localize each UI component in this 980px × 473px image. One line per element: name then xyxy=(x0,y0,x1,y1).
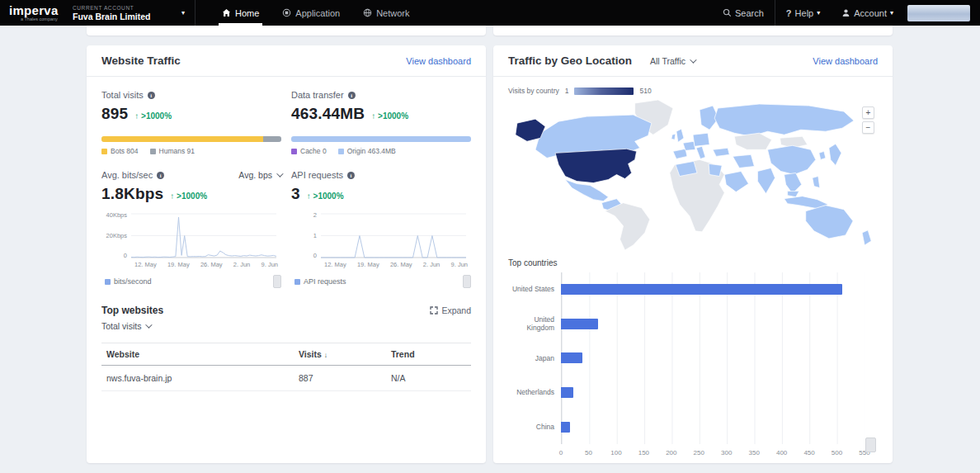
api-requests-chart-block: API requests i 3 ↑ >1000% 210 12. May19.… xyxy=(291,170,471,288)
color-scale-gradient xyxy=(574,88,634,95)
tab-application[interactable]: Application xyxy=(271,0,351,26)
help-label: Help xyxy=(795,8,814,18)
cell-trend: N/A xyxy=(386,366,471,391)
country-iran xyxy=(733,154,754,168)
bar-netherlands[interactable] xyxy=(561,387,573,398)
country-spain xyxy=(673,149,687,158)
x-tick-label: 9. Jun xyxy=(261,261,278,268)
scale-max: 510 xyxy=(639,87,651,95)
api-requests-value: 3 xyxy=(291,185,300,203)
info-icon[interactable]: i xyxy=(348,92,356,99)
table-row[interactable]: nws.fuva-brain.jp 887 N/A xyxy=(101,366,471,391)
info-icon[interactable]: i xyxy=(347,172,355,179)
country-united-kingdom xyxy=(676,129,684,142)
region-central-asia xyxy=(734,133,771,149)
country-italy xyxy=(696,146,705,158)
primary-tabs: Home Application Network xyxy=(210,0,422,26)
bar-china[interactable] xyxy=(561,422,570,433)
traffic-filter-dropdown[interactable]: All Traffic xyxy=(650,56,695,66)
country-malaysia xyxy=(788,192,799,197)
info-icon[interactable]: i xyxy=(148,92,155,99)
info-icon[interactable]: i xyxy=(157,172,164,179)
bar-row xyxy=(561,341,865,376)
x-tick-label: 12. May xyxy=(324,261,346,268)
x-tick-label: 450 xyxy=(803,449,814,456)
bar-united-states[interactable] xyxy=(561,284,842,295)
avg-bits-label: Avg. bits/sec xyxy=(101,170,153,180)
y-tick-label: 0 xyxy=(313,252,317,259)
bar-row xyxy=(561,272,865,307)
legend-scrollbar[interactable] xyxy=(273,275,281,288)
account-menu[interactable]: Account ▾ xyxy=(831,0,904,26)
up-arrow-icon: ↑ xyxy=(170,192,174,201)
caret-down-icon: ▾ xyxy=(817,9,820,17)
cell-website: nws.fuva-brain.jp xyxy=(101,366,294,391)
sort-desc-icon: ↓ xyxy=(324,352,327,359)
account-selector[interactable]: CURRENT ACCOUNT Fuva Brain Limited ▾ xyxy=(66,0,196,26)
column-header-website[interactable]: Website xyxy=(101,343,294,366)
expand-button[interactable]: Expand xyxy=(430,305,471,315)
visits-scale-legend: Visits by country 1 510 xyxy=(508,87,878,95)
bits-per-second-legend: bits/second xyxy=(105,277,152,286)
caret-down-icon: ▾ xyxy=(890,9,893,17)
search-button[interactable]: Search xyxy=(712,0,775,26)
chart-scrollbar[interactable] xyxy=(865,438,876,452)
column-header-trend[interactable]: Trend xyxy=(386,343,471,366)
total-visits-value: 895 xyxy=(101,105,128,123)
help-menu[interactable]: ? Help ▾ xyxy=(775,0,831,26)
x-tick-label: 250 xyxy=(694,449,704,456)
country-mexico xyxy=(565,180,608,201)
data-transfer-label: Data transfer xyxy=(291,90,344,100)
api-legend-swatch xyxy=(294,279,300,285)
world-map[interactable]: + − xyxy=(508,98,878,252)
y-tick-label: 20Kbps xyxy=(106,232,127,239)
top-websites-filter-dropdown[interactable]: Total visits xyxy=(101,321,150,331)
bits-legend-swatch xyxy=(105,279,111,285)
expand-icon xyxy=(430,306,438,315)
x-tick-label: 19. May xyxy=(357,261,379,268)
total-visits-stat: Total visits i 895 ↑ >1000% Bots 804 Hum… xyxy=(101,90,281,155)
caret-down-icon: ▾ xyxy=(181,9,185,17)
x-tick-label: 26. May xyxy=(390,261,412,268)
y-tick-label: 0 xyxy=(124,252,127,259)
column-header-visits[interactable]: Visits ↓ xyxy=(294,343,386,366)
continent-south-america xyxy=(605,203,649,250)
map-zoom-out-button[interactable]: − xyxy=(862,121,874,134)
region-central-europe xyxy=(693,133,709,146)
tab-home-label: Home xyxy=(235,8,259,18)
bar-category-label: United Kingdom xyxy=(508,307,554,342)
api-requests-trend: ↑ >1000% xyxy=(307,192,344,201)
map-zoom-in-button[interactable]: + xyxy=(862,106,874,119)
avg-bps-dropdown[interactable]: Avg. bps xyxy=(238,170,281,180)
partial-card-above-left xyxy=(87,26,486,35)
avg-bits-value: 1.8Kbps xyxy=(101,185,163,203)
chevron-down-icon xyxy=(146,321,153,328)
tab-network-label: Network xyxy=(376,8,409,18)
humans-bar-segment xyxy=(263,136,281,142)
tab-home[interactable]: Home xyxy=(210,0,271,26)
website-traffic-view-dashboard-link[interactable]: View dashboard xyxy=(406,56,471,66)
up-arrow-icon: ↑ xyxy=(134,111,139,121)
current-account-label: CURRENT ACCOUNT xyxy=(73,5,151,11)
bots-legend: Bots 804 xyxy=(101,147,139,155)
help-icon: ? xyxy=(786,8,792,18)
cell-visits: 887 xyxy=(294,366,386,391)
legend-scrollbar[interactable] xyxy=(463,275,471,288)
tab-network[interactable]: Network xyxy=(351,0,421,26)
imperva-logo[interactable]: imperva a Thales company xyxy=(0,0,66,26)
top-countries-category-labels: United StatesUnited KingdomJapanNetherla… xyxy=(508,272,554,444)
api-requests-sparkline xyxy=(321,211,466,259)
top-websites-title: Top websites xyxy=(101,305,163,316)
origin-legend: Origin 463.4MB xyxy=(338,147,396,155)
bots-bar-segment xyxy=(101,136,263,142)
bar-japan[interactable] xyxy=(561,352,582,363)
website-traffic-title: Website Traffic xyxy=(101,54,181,67)
bar-united-kingdom[interactable] xyxy=(561,319,598,329)
avg-bits-trend: ↑ >1000% xyxy=(170,192,207,201)
total-visits-label: Total visits xyxy=(101,90,144,100)
country-france xyxy=(683,141,695,150)
geo-view-dashboard-link[interactable]: View dashboard xyxy=(813,56,878,66)
topbar-widget-placeholder xyxy=(907,5,970,21)
tab-application-label: Application xyxy=(295,8,340,18)
network-globe-icon xyxy=(363,8,372,17)
